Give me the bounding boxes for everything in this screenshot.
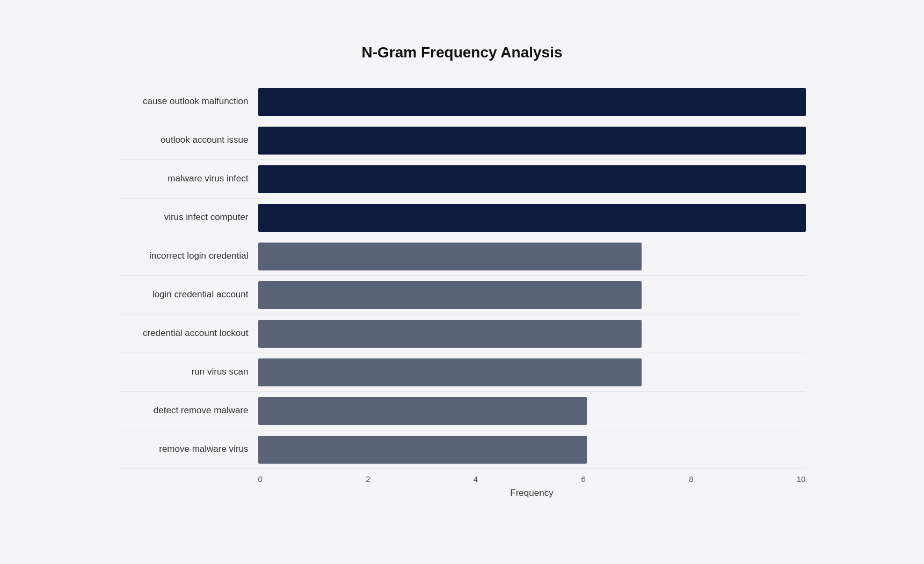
- bar-row: credential account lockout: [119, 314, 806, 353]
- bar-row: run virus scan: [119, 353, 806, 392]
- bar-label: outlook account issue: [119, 135, 258, 145]
- bar-label: login credential account: [119, 289, 258, 300]
- chart-area: cause outlook malfunctionoutlook account…: [119, 83, 806, 469]
- bar-fill: [258, 204, 806, 232]
- bar-fill: [258, 358, 642, 386]
- x-tick: 8: [689, 474, 693, 484]
- bar-track: [258, 88, 806, 116]
- bar-track: [258, 320, 806, 348]
- bar-track: [258, 243, 806, 270]
- bar-row: virus infect computer: [119, 199, 806, 237]
- bar-row: outlook account issue: [119, 121, 806, 160]
- bar-row: detect remove malware: [119, 392, 806, 430]
- bar-label: malware virus infect: [119, 173, 258, 184]
- bar-track: [258, 397, 806, 425]
- bar-label: cause outlook malfunction: [119, 96, 258, 107]
- bar-track: [258, 165, 806, 193]
- bar-track: [258, 436, 806, 464]
- chart-title: N-Gram Frequency Analysis: [119, 44, 806, 61]
- bar-row: remove malware virus: [119, 430, 806, 469]
- bar-fill: [258, 165, 806, 193]
- x-axis-label: Frequency: [258, 488, 806, 499]
- x-axis: 0246810 Frequency: [258, 474, 806, 499]
- bar-track: [258, 127, 806, 155]
- bar-fill: [258, 88, 806, 116]
- x-tick: 6: [581, 474, 585, 484]
- bar-fill: [258, 436, 587, 464]
- x-tick: 10: [797, 474, 806, 484]
- bar-label: virus infect computer: [119, 212, 258, 223]
- bar-row: login credential account: [119, 276, 806, 314]
- chart-container: N-Gram Frequency Analysis cause outlook …: [86, 28, 838, 536]
- bar-label: credential account lockout: [119, 328, 258, 339]
- bar-track: [258, 204, 806, 232]
- bar-row: cause outlook malfunction: [119, 83, 806, 121]
- x-tick: 0: [258, 474, 263, 484]
- bar-track: [258, 358, 806, 386]
- bar-label: run virus scan: [119, 367, 258, 377]
- bar-label: incorrect login credential: [119, 251, 258, 261]
- bar-fill: [258, 127, 806, 155]
- bar-track: [258, 281, 806, 309]
- bar-row: incorrect login credential: [119, 237, 806, 276]
- x-axis-ticks: 0246810: [258, 474, 806, 484]
- bar-fill: [258, 320, 642, 348]
- bar-label: detect remove malware: [119, 405, 258, 416]
- bar-fill: [258, 397, 587, 425]
- x-tick: 2: [366, 474, 370, 484]
- x-tick: 4: [474, 474, 478, 484]
- bar-label: remove malware virus: [119, 444, 258, 455]
- bar-fill: [258, 281, 642, 309]
- bar-fill: [258, 243, 642, 270]
- bar-row: malware virus infect: [119, 160, 806, 199]
